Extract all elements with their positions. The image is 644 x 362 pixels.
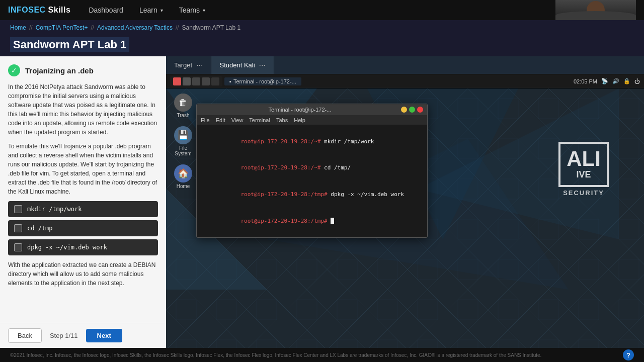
step-title: Trojanizing an .deb	[25, 66, 94, 75]
next-button[interactable]: Next	[86, 329, 122, 342]
watermark-box: ALI IVE	[558, 142, 609, 187]
watermark-ive-text: IVE	[576, 169, 591, 180]
tab-bar: Target ··· Student Kali ···	[166, 56, 644, 74]
code-block-2: cd /tmp	[8, 220, 158, 236]
kali-desktop[interactable]: 🗑 Trash 💾 File System 🏠 Home ALI IVE	[166, 88, 644, 348]
breadcrumb-home[interactable]: Home	[10, 24, 26, 31]
nav-teams[interactable]: Teams	[173, 0, 211, 20]
desktop-icon-home[interactable]: 🏠 Home	[170, 164, 196, 189]
help-button[interactable]: ?	[623, 349, 634, 360]
tab-student-kali[interactable]: Student Kali ···	[211, 56, 274, 74]
nav-right	[555, 0, 636, 20]
breadcrumb-adversary[interactable]: Advanced Adversary Tactics	[97, 24, 173, 31]
code-text-2: cd /tmp	[27, 225, 53, 232]
watermark-security-text: SECURITY	[563, 189, 604, 197]
left-panel: ✓ Trojanizing an .deb In the 2016 NotPet…	[0, 56, 166, 348]
terminal-titlebar: Terminal - root@ip-172-...	[197, 104, 427, 115]
code-text-3: dpkg -x ~/vim.deb work	[27, 244, 107, 251]
kali-terminal-taskbar[interactable]: ▪ Terminal - root@ip-172-...	[224, 77, 301, 85]
right-panel: Target ··· Student Kali ··· ▪ Terminal -…	[166, 56, 644, 348]
breadcrumb-current: Sandworm APT Lab 1	[182, 24, 241, 31]
copy-icon-1[interactable]	[14, 205, 22, 213]
code-block-1: mkdir /tmp/work	[8, 201, 158, 217]
back-button[interactable]: Back	[8, 328, 42, 343]
terminal-body[interactable]: root@ip-172-20-19-28:/~# mkdir /tmp/work…	[197, 125, 427, 237]
webcam-feed	[555, 0, 636, 20]
copy-icon-3[interactable]	[14, 243, 22, 251]
kali-sound-icon: 🔊	[612, 78, 619, 84]
copy-icon-2[interactable]	[14, 224, 22, 232]
tab-target[interactable]: Target ···	[166, 56, 211, 74]
terminal-menu-view[interactable]: View	[231, 117, 244, 123]
terminal-cursor	[331, 218, 334, 224]
terminal-window[interactable]: Terminal - root@ip-172-... File Edit Vie…	[196, 104, 428, 238]
terminal-line-3: root@ip-172-20-19-28:/tmp# dpkg -x ~/vim…	[201, 182, 423, 208]
terminal-taskbar-icon: ▪	[229, 78, 231, 84]
step-check-icon: ✓	[8, 64, 20, 76]
footer: ©2021 Infosec, Inc. Infosec, the Infosec…	[0, 348, 644, 362]
desktop-icon-filesystem-label: File System	[170, 145, 196, 156]
watermark-ali-text: ALI	[567, 148, 601, 169]
kali-clock: 02:05 PM 📡 🔊 🔒 ⏻	[574, 78, 640, 84]
terminal-menu-help[interactable]: Help	[294, 117, 305, 123]
kali-toolbar: ▪ Terminal - root@ip-172-... 02:05 PM 📡 …	[166, 74, 644, 88]
page-title: Sandworm APT Lab 1	[10, 37, 129, 52]
terminal-maximize-button[interactable]	[409, 107, 415, 113]
code-text-1: mkdir /tmp/work	[27, 206, 82, 213]
terminal-line-1: root@ip-172-20-19-28:/~# mkdir /tmp/work	[201, 128, 423, 155]
terminal-line-4: root@ip-172-20-19-28:/tmp#	[201, 208, 423, 234]
terminal-taskbar-label: Terminal - root@ip-172-...	[233, 78, 296, 84]
kali-icon-gray2	[192, 77, 200, 85]
terminal-menu-tabs[interactable]: Tabs	[276, 117, 288, 123]
step-description-2: To emulate this we'll trojanize a popula…	[8, 142, 158, 196]
desktop-icon-trash[interactable]: 🗑 Trash	[170, 94, 196, 118]
kali-app-icons[interactable]	[170, 76, 222, 86]
footer-text: ©2021 Infosec, Inc. Infosec, the Infosec…	[10, 352, 541, 358]
breadcrumb-comptia[interactable]: CompTIA PenTest+	[36, 24, 88, 31]
kali-lock-icon: 🔒	[623, 78, 630, 84]
home-icon: 🏠	[174, 164, 192, 183]
terminal-close-button[interactable]	[417, 107, 423, 113]
desktop-icon-trash-label: Trash	[177, 113, 189, 118]
kali-icon-gray1	[183, 77, 191, 85]
nav-dashboard[interactable]: Dashboard	[83, 0, 129, 20]
desktop-icon-filesystem[interactable]: 💾 File System	[170, 126, 196, 156]
footer-right: ?	[623, 349, 634, 360]
app-logo: INFOSEC Skills	[8, 6, 70, 15]
code-block-3: dpkg -x ~/vim.deb work	[8, 239, 158, 255]
kali-power-icon: ⏻	[634, 78, 640, 84]
terminal-menu-terminal[interactable]: Terminal	[249, 117, 270, 123]
terminal-line-2: root@ip-172-20-19-28:/~# cd /tmp/	[201, 155, 423, 182]
step-description-3: With the application extracted we can cr…	[8, 260, 158, 288]
kali-icon-red	[173, 77, 181, 85]
desktop-icons: 🗑 Trash 💾 File System 🏠 Home	[170, 94, 196, 189]
tab-target-menu[interactable]: ···	[196, 61, 203, 69]
breadcrumb: Home // CompTIA PenTest+ // Advanced Adv…	[0, 20, 644, 35]
kali-icon-terminal	[211, 77, 219, 85]
step-navigation-bar: Back Step 1/11 Next	[0, 323, 166, 348]
top-navbar: INFOSEC Skills Dashboard Learn Teams	[0, 0, 644, 20]
step-header: ✓ Trojanizing an .deb	[8, 64, 158, 76]
kali-icon-gray3	[202, 77, 210, 85]
step-description-1: In the 2016 NotPetya attack Sandworm was…	[8, 82, 158, 137]
step-indicator: Step 1/11	[50, 332, 78, 339]
infosec-watermark: ALI IVE SECURITY	[543, 129, 624, 209]
kali-time-text: 02:05 PM	[574, 78, 597, 84]
webcam-person	[555, 0, 636, 20]
tab-kali-menu[interactable]: ···	[259, 61, 266, 69]
trash-icon: 🗑	[174, 94, 192, 112]
kali-network-icon: 📡	[601, 78, 608, 84]
nav-learn[interactable]: Learn	[133, 0, 169, 20]
filesystem-icon: 💾	[174, 126, 192, 144]
terminal-menu-edit[interactable]: Edit	[216, 117, 225, 123]
page-title-bar: Sandworm APT Lab 1	[0, 35, 644, 56]
terminal-menubar: File Edit View Terminal Tabs Help	[197, 115, 427, 125]
desktop-icon-home-label: Home	[177, 184, 190, 189]
terminal-menu-file[interactable]: File	[201, 117, 210, 123]
terminal-title: Terminal - root@ip-172-...	[201, 107, 399, 113]
terminal-minimize-button[interactable]	[401, 107, 407, 113]
